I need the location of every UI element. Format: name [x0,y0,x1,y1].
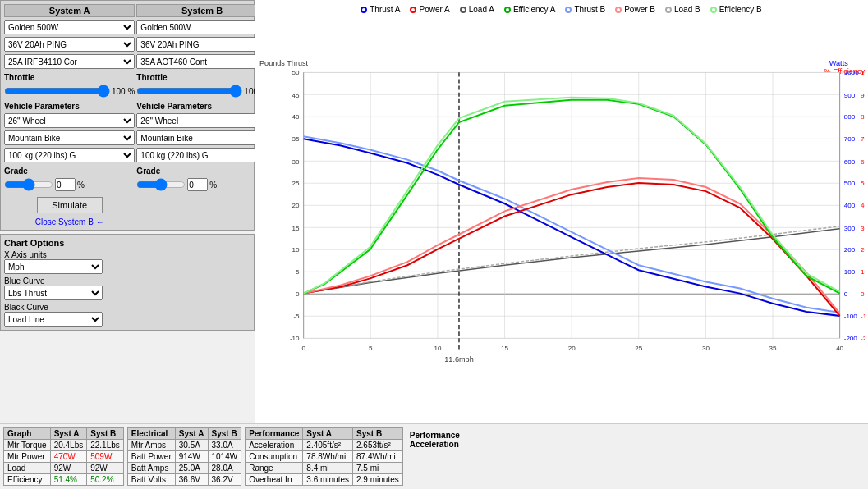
svg-text:200: 200 [844,246,856,254]
svg-text:1000: 1000 [844,69,859,76]
svg-text:35: 35 [292,135,300,143]
system-b-throttle-slider[interactable] [136,85,242,98]
system-b-grade-row: % [136,178,267,191]
black-curve-select[interactable]: Load Line [4,312,103,327]
svg-text:40: 40 [836,345,843,352]
system-b-wheel[interactable]: 26" Wheel [136,113,267,128]
black-curve-label: Black Curve [4,303,250,312]
performance-table-title: Performance [246,428,303,440]
system-a-controller[interactable]: 25A IRFB4110 Cor [4,54,135,69]
system-a-bike[interactable]: Mountain Bike [4,130,135,145]
svg-text:0: 0 [301,345,305,352]
x-axis-select[interactable]: Mph [4,259,103,274]
legend-load-a-label: Load A [469,5,494,14]
svg-text:500: 500 [844,180,856,187]
svg-text:90: 90 [861,92,865,99]
system-b-load[interactable]: 100 kg (220 lbs) G [136,148,267,162]
graph-table: Graph Syst A Syst B Mtr Torque20.4Lbs22.… [3,427,124,486]
graph-table-row: Mtr Torque20.4Lbs22.1Lbs [4,440,124,451]
performance-table-row: Range8.4 mi7.5 mi [246,463,403,474]
performance-table-row: Acceleration2.405ft/s²2.653ft/s² [246,440,403,451]
graph-row-val-a: 470W [50,451,87,463]
graph-row-val-b: 50.2% [87,474,124,486]
legend-power-b-label: Power B [624,5,655,14]
svg-text:10: 10 [861,268,865,276]
system-b-vp-label: Vehicle Parameters [136,102,267,111]
chart-container: Pounds Thrust Watts % Efficiency [258,16,865,420]
system-b-throttle-row: 100 % [136,85,267,98]
graph-table-row: Efficiency51.4%50.2% [4,474,124,486]
x-axis-label: X Axis units [4,250,250,259]
svg-text:30: 30 [702,345,710,352]
system-a-vp-label: Vehicle Parameters [4,102,135,111]
performance-row-cell: 2.9 minutes [353,474,403,486]
electrical-row-cell: 25.0A [175,463,208,474]
system-a-wheel[interactable]: 26" Wheel [4,113,135,128]
svg-text:15: 15 [501,345,508,352]
system-b-controller[interactable]: 35A AOT460 Cont [136,54,267,69]
chart-area: Thrust A Power A Load A Efficiency A Thr… [255,0,868,423]
svg-text:35: 35 [769,345,777,352]
system-a-grade-slider[interactable] [4,179,53,190]
system-a-motor[interactable]: Golden 500W [4,20,135,34]
legend-load-b: Load B [665,5,700,14]
svg-text:-20: -20 [861,335,865,342]
system-b-bike[interactable]: Mountain Bike [136,130,267,145]
system-b-grade-input[interactable] [187,178,208,191]
svg-text:700: 700 [844,135,856,143]
chart-options-title: Chart Options [4,238,250,248]
electrical-row-cell: 1014W [208,451,241,463]
graph-row-label: Mtr Power [4,451,51,463]
system-a-grade-row: % [4,178,135,191]
svg-text:10: 10 [434,345,441,352]
simulate-button[interactable]: Simulate [37,197,103,213]
performance-row-cell: 78.8Wh/mi [303,451,353,463]
legend-power-b: Power B [615,5,655,14]
legend-thrust-b: Thrust B [565,5,605,14]
blue-curve-select[interactable]: Lbs Thrust [4,286,103,300]
performance-row-cell: 2.405ft/s² [303,440,353,451]
svg-text:30: 30 [861,225,865,232]
marker-label: 11.6mph [444,355,473,363]
system-a-grade-input[interactable] [55,178,76,191]
legend-thrust-b-icon [565,7,572,13]
system-b-motor[interactable]: Golden 500W [136,20,267,34]
system-b-throttle-label: Throttle [136,73,267,82]
electrical-row-cell: Batt Amps [127,463,175,474]
system-b-battery[interactable]: 36V 20Ah PING [136,37,267,52]
legend-efficiency-a: Efficiency A [504,5,556,14]
system-a-throttle-slider[interactable] [4,85,110,98]
graph-row-val-a: 51.4% [50,474,87,486]
svg-text:600: 600 [844,158,856,166]
electrical-row-cell: Mtr Amps [127,440,175,451]
system-a-throttle-label: Throttle [4,73,135,82]
graph-table-col-a: Syst A [50,428,87,440]
system-b-grade-label: Grade [136,167,267,176]
system-b-grade-slider[interactable] [136,179,186,190]
svg-text:-100: -100 [844,313,858,320]
svg-text:45: 45 [292,92,300,99]
legend-power-a-label: Power A [419,5,449,14]
legend-thrust-a-label: Thrust A [370,5,400,14]
system-b-grade-pct: % [209,181,217,190]
svg-text:100: 100 [861,69,865,76]
performance-table-row: Consumption78.8Wh/mi87.4Wh/mi [246,451,403,463]
performance-row-cell: Consumption [246,451,303,463]
system-a-grade-pct: % [77,181,85,190]
performance-row-cell: 87.4Wh/mi [353,451,403,463]
system-a-title: System A [4,4,135,17]
system-a-battery[interactable]: 36V 20Ah PING [4,37,135,52]
y-axis-left-label: Pounds Thrust [259,59,309,67]
legend-power-a-icon [410,7,416,13]
svg-text:25: 25 [292,180,300,187]
svg-text:-10: -10 [290,335,300,342]
graph-table-title: Graph [4,428,51,440]
close-system-b-link[interactable]: Close System B ← [4,217,135,226]
y-axis-right-watts: Watts [829,59,848,67]
system-a-load[interactable]: 100 kg (220 lbs) G [4,148,135,162]
svg-text:900: 900 [844,92,856,99]
svg-text:25: 25 [635,345,642,352]
svg-text:0: 0 [861,290,865,298]
svg-text:5: 5 [296,268,300,276]
graph-row-val-b: 22.1Lbs [87,440,124,451]
